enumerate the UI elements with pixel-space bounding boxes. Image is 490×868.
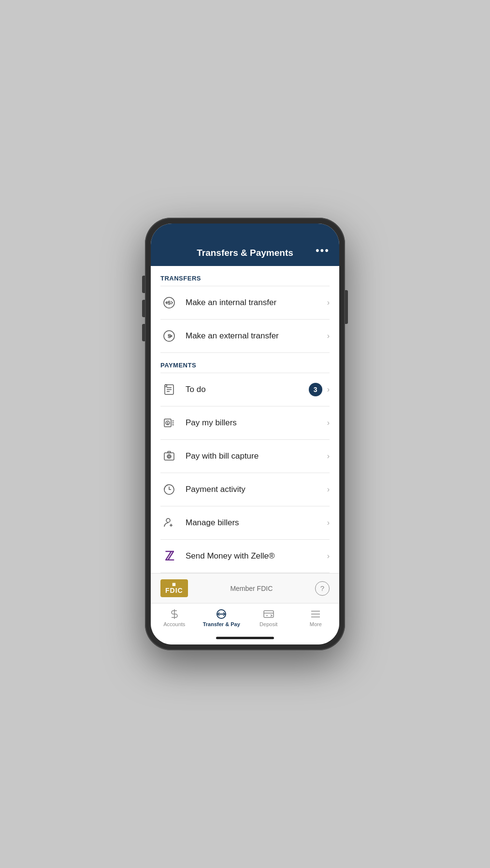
internal-transfer-label: Make an internal transfer — [186, 298, 327, 308]
payments-section-header: PAYMENTS — [151, 353, 339, 373]
svg-point-19 — [166, 518, 170, 522]
transfers-section-header: TRANSFERS — [151, 266, 339, 286]
external-transfer-label: Make an external transfer — [186, 331, 327, 341]
menu-item-pay-billers[interactable]: $ Pay my billers › — [151, 406, 339, 439]
fdic-help-button[interactable]: ? — [315, 581, 330, 596]
payment-activity-label: Payment activity — [186, 485, 327, 494]
menu-item-bill-capture[interactable]: Pay with bill capture › — [151, 440, 339, 473]
payment-activity-icon — [160, 481, 178, 498]
menu-item-internal-transfer[interactable]: $ Make an internal transfer › — [151, 286, 339, 319]
menu-item-zelle[interactable]: ℤ Send Money with Zelle® › — [151, 540, 339, 573]
nav-item-deposit[interactable]: Deposit — [245, 603, 292, 631]
phone-frame: Transfers & Payments ••• TRANSFERS $ — [145, 218, 345, 650]
svg-rect-14 — [164, 453, 174, 460]
home-bar — [216, 637, 274, 639]
svg-point-15 — [167, 455, 171, 459]
transfer-pay-nav-label: Transfer & Pay — [203, 621, 240, 627]
zelle-icon: ℤ — [160, 547, 178, 565]
menu-item-todo[interactable]: To do 3 › — [151, 373, 339, 406]
svg-point-16 — [168, 456, 170, 458]
pay-billers-label: Pay my billers — [186, 418, 327, 428]
zelle-label: Send Money with Zelle® — [186, 551, 327, 561]
manage-billers-icon — [160, 514, 178, 532]
fdic-bar: ▩ FDIC Member FDIC ? — [151, 573, 339, 603]
pay-billers-icon: $ — [160, 414, 178, 432]
app-header: Transfers & Payments ••• — [151, 224, 339, 266]
transfer-pay-nav-icon — [216, 608, 227, 620]
chevron-icon-internal: › — [327, 298, 330, 307]
svg-text:$: $ — [167, 421, 169, 425]
more-nav-icon — [310, 608, 321, 620]
deposit-nav-icon — [263, 608, 274, 620]
chevron-icon-todo: › — [327, 385, 330, 394]
external-transfer-icon: $ — [160, 327, 178, 345]
menu-item-manage-billers[interactable]: Manage billers › — [151, 506, 339, 539]
svg-rect-24 — [264, 611, 274, 617]
chevron-icon-payment-activity: › — [327, 485, 330, 494]
nav-item-accounts[interactable]: Accounts — [151, 603, 198, 631]
bottom-navigation: Accounts Transfer & Pay Dep — [151, 603, 339, 631]
todo-icon — [160, 381, 178, 398]
chevron-icon-zelle: › — [327, 552, 330, 560]
chevron-icon-bill-capture: › — [327, 452, 330, 461]
menu-item-payment-activity[interactable]: Payment activity › — [151, 473, 339, 506]
home-indicator — [151, 631, 339, 644]
nav-item-transfer-pay[interactable]: Transfer & Pay — [198, 603, 245, 631]
bill-capture-icon — [160, 448, 178, 465]
phone-screen: Transfers & Payments ••• TRANSFERS $ — [151, 224, 339, 644]
main-content: TRANSFERS $ Make an internal transfer › — [151, 266, 339, 573]
deposit-nav-label: Deposit — [259, 621, 277, 627]
accounts-nav-label: Accounts — [163, 621, 185, 627]
todo-badge: 3 — [309, 383, 322, 396]
more-options-button[interactable]: ••• — [316, 244, 330, 257]
manage-billers-label: Manage billers — [186, 518, 327, 528]
accounts-nav-icon — [169, 608, 180, 620]
page-title: Transfers & Payments — [197, 248, 293, 258]
chevron-icon-manage-billers: › — [327, 518, 330, 527]
chevron-icon-external: › — [327, 332, 330, 340]
bill-capture-label: Pay with bill capture — [186, 451, 327, 461]
fdic-member-text: Member FDIC — [230, 585, 273, 592]
nav-item-more[interactable]: More — [292, 603, 340, 631]
internal-transfer-icon: $ — [160, 294, 178, 311]
svg-rect-17 — [168, 451, 171, 453]
menu-item-external-transfer[interactable]: $ Make an external transfer › — [151, 320, 339, 352]
fdic-logo: ▩ FDIC — [160, 579, 188, 597]
more-nav-label: More — [310, 621, 322, 627]
chevron-icon-pay-billers: › — [327, 419, 330, 427]
todo-label: To do — [186, 385, 309, 394]
